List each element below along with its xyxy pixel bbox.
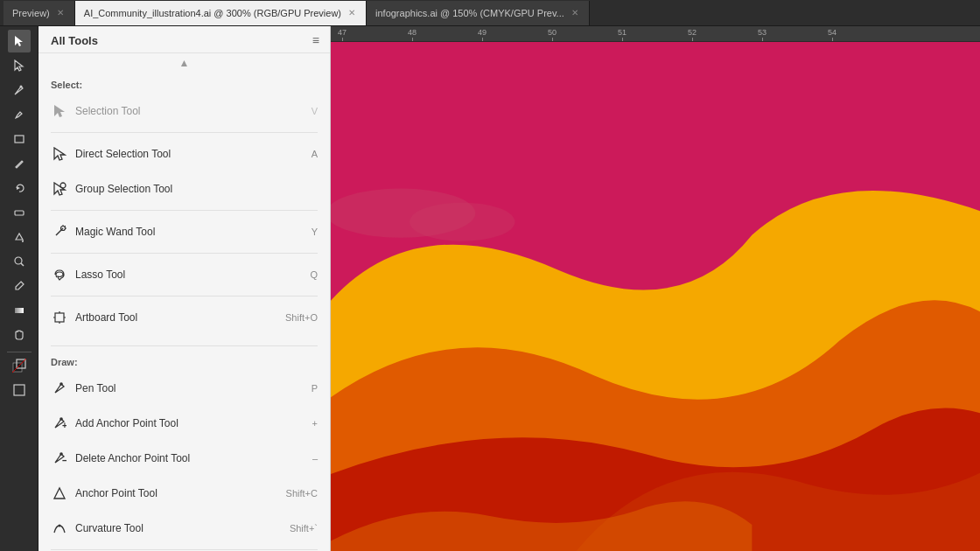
section-select-label: Select: bbox=[38, 73, 330, 94]
ruler-numbers: 47 48 49 50 51 52 53 54 bbox=[331, 26, 980, 41]
svg-marker-14 bbox=[54, 148, 65, 160]
tab-illustration[interactable]: AI_Community_illustration4.ai @ 300% (RG… bbox=[75, 1, 367, 25]
screen-mode-btn[interactable] bbox=[8, 379, 31, 401]
color-fill-btn[interactable] bbox=[8, 354, 31, 377]
svg-text:–: – bbox=[62, 454, 66, 465]
svg-point-16 bbox=[60, 183, 66, 188]
svg-line-17 bbox=[56, 228, 63, 235]
divider-3 bbox=[51, 253, 318, 254]
ruler-tick-49: 49 bbox=[478, 28, 486, 41]
panel-header: All Tools ≡ bbox=[38, 26, 330, 53]
divider-1 bbox=[51, 132, 318, 133]
magic-wand-name: Magic Wand Tool bbox=[72, 226, 304, 238]
brush-tool-btn[interactable] bbox=[8, 103, 31, 126]
ruler-tick-53: 53 bbox=[758, 28, 766, 41]
curvature-icon bbox=[47, 516, 72, 541]
anchor-point-shortcut: Shift+C bbox=[286, 488, 318, 499]
pen-tool-shortcut: P bbox=[312, 383, 318, 394]
divider-2 bbox=[51, 210, 318, 211]
group-selection-name: Group Selection Tool bbox=[72, 183, 311, 195]
svg-point-2 bbox=[19, 86, 22, 88]
add-anchor-shortcut: + bbox=[312, 418, 318, 429]
anchor-point-name: Anchor Point Tool bbox=[72, 487, 279, 499]
tool-item-artboard[interactable]: Artboard Tool Shift+O bbox=[38, 300, 330, 335]
selection-tool-shortcut: V bbox=[312, 106, 318, 116]
svg-line-21 bbox=[65, 226, 66, 227]
tool-item-add-anchor[interactable]: + Add Anchor Point Tool + bbox=[38, 406, 330, 441]
tool-item-direct-selection[interactable]: Direct Selection Tool A bbox=[38, 136, 330, 171]
tool-item-lasso[interactable]: Lasso Tool Q bbox=[38, 257, 330, 292]
direct-selection-btn[interactable] bbox=[8, 54, 31, 77]
pencil-tool-btn[interactable] bbox=[8, 152, 31, 175]
toolbar-left bbox=[0, 26, 38, 551]
tool-item-delete-anchor[interactable]: – Delete Anchor Point Tool – bbox=[38, 441, 330, 476]
direct-selection-name: Direct Selection Tool bbox=[72, 148, 304, 160]
divider-draw bbox=[51, 345, 318, 346]
ruler-top: 47 48 49 50 51 52 53 54 bbox=[331, 26, 980, 42]
selection-tool-icon bbox=[47, 99, 72, 123]
delete-anchor-name: Delete Anchor Point Tool bbox=[72, 452, 305, 464]
direct-selection-shortcut: A bbox=[312, 149, 318, 159]
tool-item-group-selection[interactable]: Group Selection Tool bbox=[38, 171, 330, 206]
rotate-tool-btn[interactable] bbox=[8, 177, 31, 199]
tab-preview[interactable]: Preview) ✕ bbox=[4, 1, 75, 25]
eraser-tool-btn[interactable] bbox=[8, 201, 31, 224]
artboard-shortcut: Shift+O bbox=[285, 312, 318, 323]
direct-selection-icon bbox=[47, 142, 72, 166]
ruler-tick-50: 50 bbox=[548, 28, 556, 41]
tab-close[interactable]: ✕ bbox=[55, 7, 66, 18]
lasso-name: Lasso Tool bbox=[72, 269, 303, 281]
tool-item-curvature[interactable]: Curvature Tool Shift+` bbox=[38, 511, 330, 546]
pen-tool-icon bbox=[47, 376, 72, 401]
pen-tool-btn[interactable] bbox=[8, 79, 31, 101]
tab-label: AI_Community_illustration4.ai @ 300% (RG… bbox=[84, 8, 341, 18]
anchor-point-icon bbox=[47, 481, 72, 506]
eyedropper-btn[interactable] bbox=[8, 275, 31, 297]
svg-point-6 bbox=[15, 257, 22, 264]
all-tools-panel: All Tools ≡ ▲ Select: Selection Tool V bbox=[38, 26, 331, 551]
main-area: All Tools ≡ ▲ Select: Selection Tool V bbox=[0, 26, 980, 551]
tool-item-pen[interactable]: Pen Tool P bbox=[38, 371, 330, 406]
fill-tool-btn[interactable] bbox=[8, 226, 31, 248]
zoom-tool-btn[interactable] bbox=[8, 250, 31, 273]
tab-close[interactable]: ✕ bbox=[346, 7, 357, 18]
svg-marker-13 bbox=[54, 105, 65, 117]
panel-title: All Tools bbox=[51, 34, 98, 47]
curvature-shortcut: Shift+` bbox=[290, 523, 318, 534]
tool-item-anchor-point[interactable]: Anchor Point Tool Shift+C bbox=[38, 476, 330, 511]
group-selection-icon bbox=[47, 177, 72, 201]
section-draw-label: Draw: bbox=[38, 350, 330, 371]
tab-close[interactable]: ✕ bbox=[570, 7, 580, 18]
curvature-name: Curvature Tool bbox=[72, 522, 283, 534]
svg-rect-22 bbox=[55, 313, 64, 322]
hand-tool-btn[interactable] bbox=[8, 324, 31, 346]
tool-item-selection[interactable]: Selection Tool V bbox=[38, 94, 330, 129]
lasso-shortcut: Q bbox=[310, 269, 318, 280]
scroll-up-arrow[interactable]: ▲ bbox=[38, 53, 330, 73]
tab-infographics[interactable]: infographics.ai @ 150% (CMYK/GPU Prev...… bbox=[367, 1, 590, 25]
add-anchor-icon: + bbox=[47, 411, 72, 436]
svg-rect-5 bbox=[15, 211, 24, 215]
canvas-content[interactable] bbox=[331, 42, 980, 551]
ruler-tick-52: 52 bbox=[688, 28, 696, 41]
tool-item-magic-wand[interactable]: Magic Wand Tool Y bbox=[38, 214, 330, 249]
svg-point-36 bbox=[410, 203, 514, 241]
panel-scroll[interactable]: ▲ Select: Selection Tool V Direct Select… bbox=[38, 53, 330, 551]
selection-tool-btn[interactable] bbox=[8, 30, 31, 52]
ruler-tick-54: 54 bbox=[828, 28, 836, 41]
tab-label: Preview) bbox=[12, 8, 50, 18]
svg-text:+: + bbox=[62, 421, 66, 430]
lasso-icon bbox=[47, 262, 72, 287]
svg-marker-15 bbox=[54, 183, 65, 195]
svg-marker-0 bbox=[15, 36, 23, 46]
svg-marker-4 bbox=[17, 186, 20, 190]
add-anchor-name: Add Anchor Point Tool bbox=[72, 417, 305, 429]
gradient-tool-btn[interactable] bbox=[8, 299, 31, 322]
panel-menu-icon[interactable]: ≡ bbox=[312, 33, 319, 47]
rect-tool-btn[interactable] bbox=[8, 128, 31, 150]
artboard-icon bbox=[47, 305, 72, 330]
canvas-area: 47 48 49 50 51 52 53 54 bbox=[331, 26, 980, 551]
svg-rect-3 bbox=[15, 136, 24, 143]
divider-5 bbox=[51, 549, 318, 550]
selection-tool-name: Selection Tool bbox=[72, 105, 304, 117]
